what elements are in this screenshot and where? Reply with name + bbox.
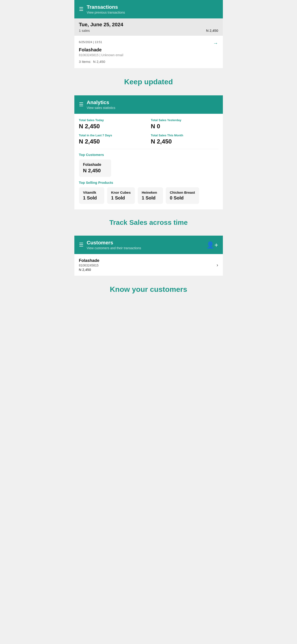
analytics-content: Total Sales Today N 2,450 Total Sales Ye… xyxy=(74,114,223,209)
product-sold-1: 1 Sold xyxy=(111,195,131,200)
product-name-2: Heineken xyxy=(142,190,159,194)
track-sales-text: Track Sales across time xyxy=(79,218,218,226)
total-month-label: Total Sales This Month xyxy=(151,134,218,137)
stats-row-1: Total Sales Today N 2,450 Total Sales Ye… xyxy=(79,118,218,130)
customers-header: ☰ Customers View customers and their tra… xyxy=(74,236,223,254)
sales-count: 1 sales xyxy=(79,28,90,32)
analytics-subtitle: View sales statistics xyxy=(87,106,115,110)
customers-subtitle: View customers and their transactions xyxy=(87,246,141,250)
customer-chevron-icon-0[interactable]: › xyxy=(217,262,218,268)
customers-title: Customers xyxy=(87,240,141,246)
transaction-meta: 6/25/2024 | 13:51 → xyxy=(79,40,218,46)
customer-list-item-0[interactable]: Folashade 81063245815 N 2,450 › xyxy=(74,254,223,276)
transactions-subtitle: View previous transactions xyxy=(87,10,125,14)
top-customers-label: Top Customers xyxy=(79,153,218,160)
track-sales-banner: Track Sales across time xyxy=(74,209,223,236)
analytics-header-text: Analytics View sales statistics xyxy=(87,100,115,110)
add-customer-icon[interactable]: 👤+ xyxy=(206,241,218,249)
divider-1 xyxy=(79,149,218,149)
date-meta: 1 sales N 2,450 xyxy=(79,28,218,32)
total-month-value: N 2,450 xyxy=(151,138,218,145)
total-7days-label: Total in the Last 7 Days xyxy=(79,134,146,137)
top-customer-card-0: Folashade N 2,450 xyxy=(79,160,111,177)
transactions-header: ☰ Transactions View previous transaction… xyxy=(74,0,223,18)
stat-total-month: Total Sales This Month N 2,450 xyxy=(151,134,218,145)
date-header: Tue, June 25, 2024 1 sales N 2,450 xyxy=(74,18,223,36)
product-sold-0: 1 Sold xyxy=(83,195,100,200)
keep-updated-banner: Keep updated xyxy=(74,68,223,95)
stats-row-2: Total in the Last 7 Days N 2,450 Total S… xyxy=(79,134,218,145)
product-card-3: Chicken Breast 0 Sold xyxy=(166,187,199,204)
customer-name-0: Folashade xyxy=(79,258,100,263)
product-card-2: Heineken 1 Sold xyxy=(138,187,163,204)
transaction-items-count: 3 Items: N 2,450 xyxy=(79,60,218,64)
top-customer-name-0: Folashade xyxy=(83,162,107,167)
analytics-title: Analytics xyxy=(87,100,115,106)
transaction-item[interactable]: 6/25/2024 | 13:51 → Folashade 8106324581… xyxy=(74,36,223,68)
transactions-title: Transactions xyxy=(87,4,125,10)
total-today-value: N 2,450 xyxy=(79,123,146,130)
know-customers-banner: Know your customers xyxy=(74,276,223,303)
product-card-0: Vitamilk 1 Sold xyxy=(79,187,104,204)
transaction-arrow-icon[interactable]: → xyxy=(213,40,218,46)
transaction-date: Tue, June 25, 2024 xyxy=(79,22,218,28)
customer-amount-0: N 2,450 xyxy=(79,268,100,272)
product-name-3: Chicken Breast xyxy=(170,190,195,194)
analytics-menu-icon[interactable]: ☰ xyxy=(79,102,84,108)
total-yesterday-label: Total Sales Yesterday xyxy=(151,118,218,122)
product-name-0: Vitamilk xyxy=(83,190,100,194)
transaction-customer-name: Folashade xyxy=(79,47,218,52)
date-total-amount: N 2,450 xyxy=(206,28,218,32)
product-sold-3: 0 Sold xyxy=(170,195,195,200)
product-name-1: Knor Cubes xyxy=(111,190,131,194)
analytics-header: ☰ Analytics View sales statistics xyxy=(74,95,223,114)
stat-total-yesterday: Total Sales Yesterday N 0 xyxy=(151,118,218,130)
transaction-contact: 81063245815 | Unknown email xyxy=(79,53,218,57)
stat-total-7days: Total in the Last 7 Days N 2,450 xyxy=(79,134,146,145)
total-7days-value: N 2,450 xyxy=(79,138,146,145)
transaction-time: 6/25/2024 | 13:51 xyxy=(79,40,102,44)
product-sold-2: 1 Sold xyxy=(142,195,159,200)
total-yesterday-value: N 0 xyxy=(151,123,218,130)
transactions-header-text: Transactions View previous transactions xyxy=(87,4,125,14)
top-customer-amount-0: N 2,450 xyxy=(83,168,107,174)
stat-total-today: Total Sales Today N 2,450 xyxy=(79,118,146,130)
keep-updated-text: Keep updated xyxy=(79,78,218,86)
know-customers-text: Know your customers xyxy=(79,285,218,294)
customer-phone-0: 81063245815 xyxy=(79,264,100,267)
customers-menu-icon[interactable]: ☰ xyxy=(79,242,84,248)
top-products-list: Vitamilk 1 Sold Knor Cubes 1 Sold Heinek… xyxy=(79,187,218,205)
total-today-label: Total Sales Today xyxy=(79,118,146,122)
top-customers-list: Folashade N 2,450 xyxy=(79,160,218,177)
top-products-label: Top Selling Products xyxy=(79,177,218,187)
customers-header-text: Customers View customers and their trans… xyxy=(87,240,141,250)
menu-icon[interactable]: ☰ xyxy=(79,6,84,12)
product-card-1: Knor Cubes 1 Sold xyxy=(107,187,135,204)
customer-info-0: Folashade 81063245815 N 2,450 xyxy=(79,258,100,272)
